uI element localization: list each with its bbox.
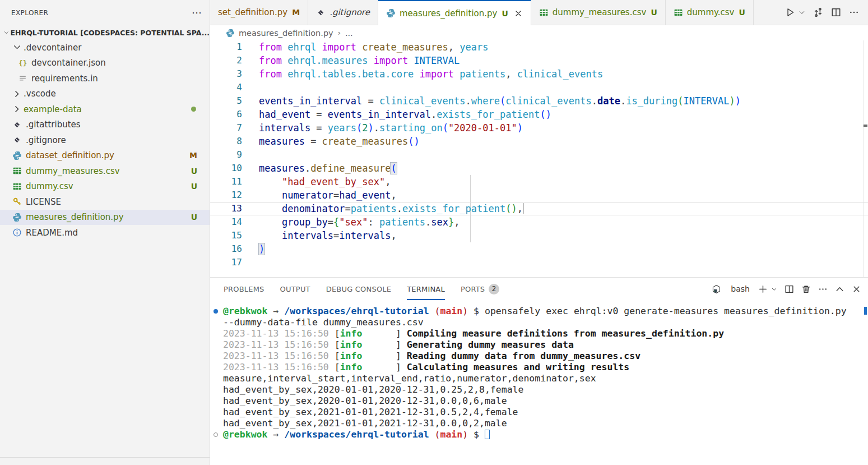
explorer-more-actions-icon[interactable]: ⋯ — [192, 10, 202, 16]
panel-tab-ports[interactable]: PORTS2 — [461, 278, 499, 300]
terminal-line: @rebkwok → /workspaces/ehrql-tutorial (m… — [223, 429, 868, 440]
code-text: intervals=intervals, — [259, 229, 397, 242]
code-line-10[interactable]: 10measures.define_measure( — [210, 162, 868, 175]
tab-dummy-csv[interactable]: dummy.csvU — [666, 0, 754, 25]
tab-set-definition-py[interactable]: set_definition.pyM — [210, 0, 308, 25]
current-line-highlight — [210, 202, 868, 215]
workspace-root-folder[interactable]: EHRQL-TUTORIAL [CODESPACES: POTENTIAL SP… — [0, 25, 210, 40]
code-line-1[interactable]: 1from ehrql import create_measures, year… — [210, 40, 868, 54]
editor-tab-bar: set_definition.pyM.gitignoremeasures_def… — [210, 0, 868, 25]
more-actions-button[interactable] — [818, 284, 828, 294]
ports-count-badge: 2 — [489, 284, 499, 294]
code-line-13[interactable]: 13 denominator=patients.exists_for_patie… — [210, 202, 868, 215]
code-editor[interactable]: 1from ehrql import create_measures, year… — [210, 40, 868, 277]
code-line-9[interactable]: 9 — [210, 148, 868, 162]
code-line-14[interactable]: 14 group_by={"sex": patients.sex}, — [210, 215, 868, 229]
code-line-7[interactable]: 7intervals = years(2).starting_on("2020-… — [210, 121, 868, 135]
code-text: ) — [259, 242, 264, 256]
tab-label: dummy_measures.csv — [553, 7, 647, 17]
line-number: 14 — [210, 215, 242, 229]
terminal-line: 2023-11-13 15:16:50 [info ] Generating d… — [223, 339, 868, 351]
tree-item-label: dummy_measures.csv — [26, 166, 120, 176]
command-executed-dot — [213, 309, 218, 314]
close-tab-icon[interactable] — [514, 9, 523, 18]
code-line-11[interactable]: 11 "had_event_by_sex", — [210, 175, 868, 188]
tree-item-dummy-csv[interactable]: dummy.csvU — [0, 179, 210, 195]
terminal[interactable]: @rebkwok → /workspaces/ehrql-tutorial (m… — [210, 300, 868, 440]
terminal-line: @rebkwok → /workspaces/ehrql-tutorial (m… — [223, 306, 868, 317]
code-line-5[interactable]: 5events_in_interval = clinical_events.wh… — [210, 94, 868, 108]
tree-item-dummy-measures-csv[interactable]: dummy_measures.csvU — [0, 163, 210, 179]
run-dropdown[interactable] — [799, 9, 805, 16]
tree-item--vscode[interactable]: .vscode — [0, 86, 210, 102]
code-line-6[interactable]: 6had_event = events_in_interval.exists_f… — [210, 108, 868, 121]
workspace-root-label: EHRQL-TUTORIAL [CODESPACES: POTENTIAL SP… — [11, 29, 210, 37]
terminal-line: --dummy-data-file dummy_measures.csv — [223, 317, 868, 328]
tab--gitignore[interactable]: .gitignore — [308, 0, 378, 25]
new-terminal-button[interactable] — [758, 284, 768, 294]
code-line-15[interactable]: 15 intervals=intervals, — [210, 229, 868, 242]
code-line-12[interactable]: 12 numerator=had_event, — [210, 188, 868, 202]
panel-tab-terminal[interactable]: TERMINAL — [407, 278, 445, 300]
tab-measures-definition-py[interactable]: measures_definition.pyU — [378, 0, 531, 25]
chevron-down-icon — [3, 30, 10, 36]
code-text: group_by={"sex": patients.sex}, — [259, 215, 459, 229]
breadcrumb-file[interactable]: measures_definition.py — [239, 29, 333, 38]
line-number: 11 — [210, 175, 242, 188]
git-status-badge: U — [191, 182, 197, 191]
panel-tab-output[interactable]: OUTPUT — [280, 278, 310, 300]
split-editor-button[interactable] — [831, 7, 841, 17]
code-line-3[interactable]: 3from ehrql.tables.beta.core import pati… — [210, 67, 868, 81]
tree-item-label: devcontainer.json — [31, 58, 106, 68]
git-icon — [12, 120, 22, 130]
panel-tab-problems[interactable]: PROBLEMS — [224, 278, 264, 300]
tab-label: dummy.csv — [687, 7, 735, 17]
panel-header: PROBLEMSOUTPUTDEBUG CONSOLETERMINALPORTS… — [210, 278, 868, 300]
more-actions-button[interactable] — [849, 7, 859, 17]
code-line-8[interactable]: 8measures = create_measures() — [210, 135, 868, 148]
open-changes-button[interactable] — [813, 7, 823, 17]
maximize-panel-button[interactable] — [835, 284, 844, 294]
code-line-2[interactable]: 2from ehrql.measures import INTERVAL — [210, 54, 868, 67]
command-prompt-dot — [213, 432, 218, 437]
editor-area: set_definition.pyM.gitignoremeasures_def… — [210, 0, 868, 465]
tree-item-devcontainer-json[interactable]: {}devcontainer.json — [0, 56, 210, 71]
terminal-line: had_event_by_sex,2021-01-01,2021-12-31,0… — [223, 407, 868, 418]
breadcrumb[interactable]: measures_definition.py › ... — [210, 25, 868, 40]
code-line-4[interactable]: 4 — [210, 81, 868, 94]
code-line-16[interactable]: 16) — [210, 242, 868, 256]
tree-item--gitignore[interactable]: .gitignore — [0, 132, 210, 148]
csv-icon — [674, 8, 683, 17]
code-text: from ehrql.tables.beta.core import patie… — [259, 67, 603, 81]
split-terminal-button[interactable] — [785, 284, 794, 294]
terminal-shell-label[interactable]: bash — [731, 284, 750, 293]
git-changes-dot — [191, 107, 196, 112]
tree-item-readme-md[interactable]: README.md — [0, 225, 210, 241]
line-number: 1 — [210, 40, 242, 54]
code-text: from ehrql import create_measures, years — [259, 40, 488, 54]
git-status-badge: U — [651, 8, 657, 17]
close-panel-button[interactable] — [852, 284, 861, 294]
tree-item-label: LICENSE — [26, 197, 61, 207]
tree-item-label: dataset_definition.py — [26, 150, 114, 160]
tree-item-license[interactable]: LICENSE — [0, 194, 210, 210]
kill-terminal-button[interactable] — [801, 284, 811, 294]
tab-label: .gitignore — [329, 7, 370, 17]
terminal-line: measure,interval_start,interval_end,rati… — [223, 373, 868, 384]
tree-item-measures-definition-py[interactable]: measures_definition.pyU — [0, 210, 210, 225]
tree-item--gitattributes[interactable]: .gitattributes — [0, 117, 210, 133]
vscode-window: EXPLORER ⋯ EHRQL-TUTORIAL [CODESPACES: P… — [0, 0, 868, 465]
breadcrumb-symbol[interactable]: ... — [345, 29, 353, 38]
tree-item-example-data[interactable]: example-data — [0, 102, 210, 117]
terminal-dropdown[interactable] — [771, 286, 777, 292]
tree-item-dataset-definition-py[interactable]: dataset_definition.pyM — [0, 148, 210, 164]
tree-item-requirements-in[interactable]: requirements.in — [0, 71, 210, 86]
outline-section[interactable]: OUTLINE — [0, 457, 210, 465]
tab-dummy-measures-csv[interactable]: dummy_measures.csvU — [531, 0, 666, 25]
line-number: 9 — [210, 148, 242, 162]
panel-tab-debug-console[interactable]: DEBUG CONSOLE — [326, 278, 391, 300]
run-button[interactable] — [785, 7, 795, 17]
tree-item--devcontainer[interactable]: .devcontainer — [0, 40, 210, 56]
line-number: 17 — [210, 256, 242, 269]
code-line-17[interactable]: 17 — [210, 256, 868, 269]
